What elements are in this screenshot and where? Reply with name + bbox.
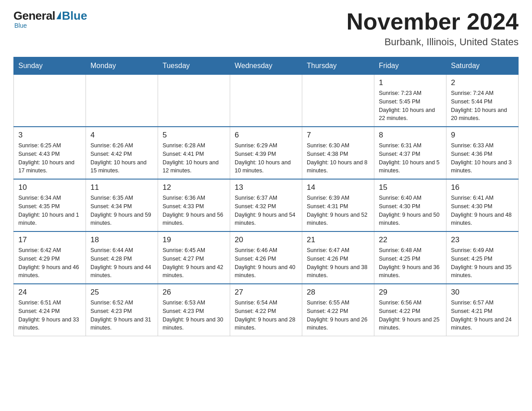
day-number: 21: [307, 235, 369, 244]
day-number: 29: [379, 288, 442, 297]
calendar-day-cell: 10Sunrise: 6:34 AMSunset: 4:35 PMDayligh…: [14, 179, 86, 231]
calendar-header-saturday: Saturday: [446, 57, 519, 75]
day-number: 16: [451, 183, 514, 192]
day-number: 17: [18, 235, 81, 244]
day-info: Sunrise: 6:39 AMSunset: 4:31 PMDaylight:…: [307, 194, 369, 227]
calendar-day-cell: 20Sunrise: 6:46 AMSunset: 4:26 PMDayligh…: [230, 231, 302, 284]
calendar-day-cell: [230, 75, 302, 127]
calendar-day-cell: 22Sunrise: 6:48 AMSunset: 4:25 PMDayligh…: [374, 231, 446, 284]
calendar-day-cell: 30Sunrise: 6:57 AMSunset: 4:21 PMDayligh…: [446, 284, 519, 336]
calendar-day-cell: 14Sunrise: 6:39 AMSunset: 4:31 PMDayligh…: [302, 179, 374, 231]
calendar-day-cell: 6Sunrise: 6:29 AMSunset: 4:39 PMDaylight…: [230, 127, 302, 179]
day-number: 4: [90, 131, 153, 140]
day-number: 15: [379, 183, 442, 192]
day-info: Sunrise: 6:28 AMSunset: 4:41 PMDaylight:…: [163, 141, 225, 175]
day-number: 18: [90, 235, 153, 244]
calendar-day-cell: 5Sunrise: 6:28 AMSunset: 4:41 PMDaylight…: [158, 127, 230, 179]
day-number: 13: [235, 183, 297, 192]
calendar-week-row: 24Sunrise: 6:51 AMSunset: 4:24 PMDayligh…: [14, 284, 519, 336]
day-number: 9: [451, 131, 514, 140]
day-info: Sunrise: 6:31 AMSunset: 4:37 PMDaylight:…: [379, 141, 442, 175]
day-info: Sunrise: 6:36 AMSunset: 4:33 PMDaylight:…: [163, 194, 225, 227]
calendar-day-cell: [302, 75, 374, 127]
day-number: 5: [163, 131, 225, 140]
logo-general-text: General: [13, 9, 55, 23]
calendar-day-cell: 28Sunrise: 6:55 AMSunset: 4:22 PMDayligh…: [302, 284, 374, 336]
day-number: 6: [235, 131, 297, 140]
calendar-header-row: SundayMondayTuesdayWednesdayThursdayFrid…: [14, 57, 519, 75]
calendar-week-row: 17Sunrise: 6:42 AMSunset: 4:29 PMDayligh…: [14, 231, 519, 284]
day-number: 3: [18, 131, 81, 140]
calendar-day-cell: 8Sunrise: 6:31 AMSunset: 4:37 PMDaylight…: [374, 127, 446, 179]
day-number: 20: [235, 235, 297, 244]
calendar-day-cell: 25Sunrise: 6:52 AMSunset: 4:23 PMDayligh…: [86, 284, 158, 336]
title-block: November 2024 Burbank, Illinois, United …: [347, 9, 519, 48]
day-info: Sunrise: 7:23 AMSunset: 5:45 PMDaylight:…: [379, 89, 442, 123]
calendar-day-cell: 16Sunrise: 6:41 AMSunset: 4:30 PMDayligh…: [446, 179, 519, 231]
day-info: Sunrise: 6:47 AMSunset: 4:26 PMDaylight:…: [307, 246, 369, 280]
location-title: Burbank, Illinois, United States: [347, 36, 519, 48]
day-info: Sunrise: 6:53 AMSunset: 4:23 PMDaylight:…: [163, 299, 225, 332]
calendar-header-sunday: Sunday: [14, 57, 86, 75]
page-header: General Blue Blue November 2024 Burbank,…: [13, 9, 519, 48]
day-number: 19: [163, 235, 225, 244]
logo-sub-text: Blue: [14, 22, 27, 29]
day-info: Sunrise: 6:37 AMSunset: 4:32 PMDaylight:…: [235, 194, 297, 227]
day-info: Sunrise: 6:35 AMSunset: 4:34 PMDaylight:…: [90, 194, 153, 227]
day-info: Sunrise: 6:56 AMSunset: 4:22 PMDaylight:…: [379, 299, 442, 332]
calendar-day-cell: 3Sunrise: 6:25 AMSunset: 4:43 PMDaylight…: [14, 127, 86, 179]
logo-blue-text: Blue: [62, 9, 87, 23]
calendar-day-cell: 26Sunrise: 6:53 AMSunset: 4:23 PMDayligh…: [158, 284, 230, 336]
calendar-week-row: 10Sunrise: 6:34 AMSunset: 4:35 PMDayligh…: [14, 179, 519, 231]
day-info: Sunrise: 6:25 AMSunset: 4:43 PMDaylight:…: [18, 141, 81, 175]
calendar-day-cell: 19Sunrise: 6:45 AMSunset: 4:27 PMDayligh…: [158, 231, 230, 284]
day-info: Sunrise: 6:49 AMSunset: 4:25 PMDaylight:…: [451, 246, 514, 280]
day-info: Sunrise: 6:54 AMSunset: 4:22 PMDaylight:…: [235, 299, 297, 332]
calendar-day-cell: 12Sunrise: 6:36 AMSunset: 4:33 PMDayligh…: [158, 179, 230, 231]
month-title: November 2024: [347, 9, 519, 34]
calendar-day-cell: 27Sunrise: 6:54 AMSunset: 4:22 PMDayligh…: [230, 284, 302, 336]
day-number: 11: [90, 183, 153, 192]
calendar-week-row: 3Sunrise: 6:25 AMSunset: 4:43 PMDaylight…: [14, 127, 519, 179]
day-number: 26: [163, 288, 225, 297]
calendar-day-cell: 23Sunrise: 6:49 AMSunset: 4:25 PMDayligh…: [446, 231, 519, 284]
day-info: Sunrise: 6:51 AMSunset: 4:24 PMDaylight:…: [18, 299, 81, 332]
day-number: 22: [379, 235, 442, 244]
calendar-day-cell: 9Sunrise: 6:33 AMSunset: 4:36 PMDaylight…: [446, 127, 519, 179]
calendar-day-cell: 13Sunrise: 6:37 AMSunset: 4:32 PMDayligh…: [230, 179, 302, 231]
day-number: 12: [163, 183, 225, 192]
day-number: 7: [307, 131, 369, 140]
logo-triangle-icon: [56, 11, 61, 19]
day-info: Sunrise: 6:33 AMSunset: 4:36 PMDaylight:…: [451, 141, 514, 175]
day-info: Sunrise: 6:44 AMSunset: 4:28 PMDaylight:…: [90, 246, 153, 280]
day-info: Sunrise: 6:48 AMSunset: 4:25 PMDaylight:…: [379, 246, 442, 280]
calendar-day-cell: [158, 75, 230, 127]
day-number: 24: [18, 288, 81, 297]
calendar-day-cell: [86, 75, 158, 127]
day-info: Sunrise: 6:40 AMSunset: 4:30 PMDaylight:…: [379, 194, 442, 227]
calendar-day-cell: 2Sunrise: 7:24 AMSunset: 5:44 PMDaylight…: [446, 75, 519, 127]
day-info: Sunrise: 6:29 AMSunset: 4:39 PMDaylight:…: [235, 141, 297, 175]
day-number: 2: [451, 78, 514, 87]
day-number: 8: [379, 131, 442, 140]
calendar-day-cell: 11Sunrise: 6:35 AMSunset: 4:34 PMDayligh…: [86, 179, 158, 231]
day-info: Sunrise: 6:55 AMSunset: 4:22 PMDaylight:…: [307, 299, 369, 332]
day-info: Sunrise: 6:45 AMSunset: 4:27 PMDaylight:…: [163, 246, 225, 280]
calendar-day-cell: 18Sunrise: 6:44 AMSunset: 4:28 PMDayligh…: [86, 231, 158, 284]
day-info: Sunrise: 6:46 AMSunset: 4:26 PMDaylight:…: [235, 246, 297, 280]
day-number: 28: [307, 288, 369, 297]
calendar-day-cell: 4Sunrise: 6:26 AMSunset: 4:42 PMDaylight…: [86, 127, 158, 179]
calendar-header-tuesday: Tuesday: [158, 57, 230, 75]
calendar-week-row: 1Sunrise: 7:23 AMSunset: 5:45 PMDaylight…: [14, 75, 519, 127]
calendar-day-cell: 21Sunrise: 6:47 AMSunset: 4:26 PMDayligh…: [302, 231, 374, 284]
day-info: Sunrise: 6:42 AMSunset: 4:29 PMDaylight:…: [18, 246, 81, 280]
day-info: Sunrise: 6:41 AMSunset: 4:30 PMDaylight:…: [451, 194, 514, 227]
calendar-day-cell: [14, 75, 86, 127]
calendar-day-cell: 15Sunrise: 6:40 AMSunset: 4:30 PMDayligh…: [374, 179, 446, 231]
day-info: Sunrise: 6:52 AMSunset: 4:23 PMDaylight:…: [90, 299, 153, 332]
day-info: Sunrise: 6:26 AMSunset: 4:42 PMDaylight:…: [90, 141, 153, 175]
day-info: Sunrise: 6:30 AMSunset: 4:38 PMDaylight:…: [307, 141, 369, 175]
calendar-header-wednesday: Wednesday: [230, 57, 302, 75]
day-number: 14: [307, 183, 369, 192]
calendar-header-thursday: Thursday: [302, 57, 374, 75]
